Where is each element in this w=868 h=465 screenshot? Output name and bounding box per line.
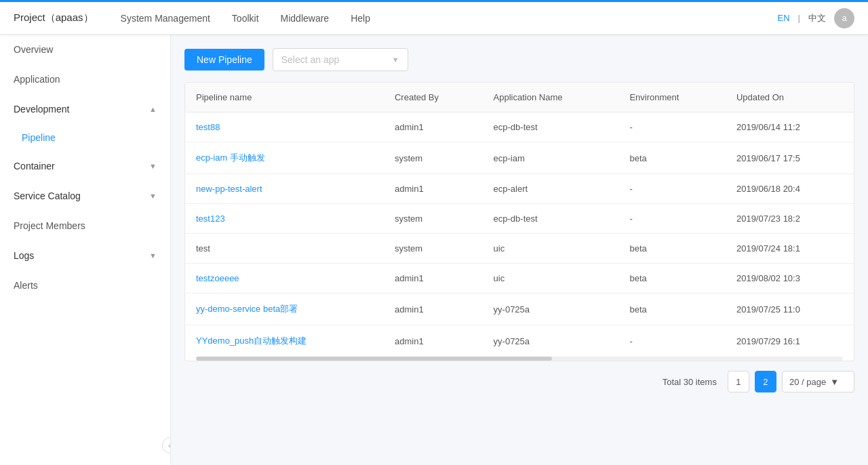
nav-items: System Management Toolkit Middleware Hel… (121, 10, 778, 26)
lang-en[interactable]: EN (778, 13, 790, 23)
sidebar-item-application[interactable]: Application (0, 64, 170, 94)
table-row: test123systemecp-db-test-2019/07/23 18:2 (185, 204, 854, 234)
main-content: New Pipeline Select an app ▼ Pipeline na… (171, 35, 868, 465)
created-by-cell: admin1 (384, 264, 483, 294)
table-row: yy-demo-service beta部署admin1yy-0725abeta… (185, 294, 854, 325)
nav-system-management[interactable]: System Management (121, 10, 210, 26)
nav-toolkit[interactable]: Toolkit (232, 10, 259, 26)
chevron-down-icon-container: ▼ (149, 162, 157, 170)
updated-on-cell: 2019/07/24 18:1 (726, 234, 854, 264)
col-updated-on: Updated On (726, 83, 854, 113)
updated-on-cell: 2019/06/14 11:2 (726, 113, 854, 142)
app-name-cell: ecp-db-test (483, 113, 619, 142)
updated-on-cell: 2019/08/02 10:3 (726, 264, 854, 294)
pipeline-name-cell: test (185, 234, 384, 264)
page-size-selector[interactable]: 20 / page ▼ (782, 371, 854, 392)
table-row: test88admin1ecp-db-test-2019/06/14 11:2 (185, 113, 854, 142)
app-name-cell: ecp-db-test (483, 204, 619, 234)
updated-on-cell: 2019/06/18 20:4 (726, 174, 854, 204)
layout: Overview Application Development ▲ Pipel… (0, 35, 868, 465)
updated-on-cell: 2019/07/29 16:1 (726, 325, 854, 357)
pipeline-name-cell[interactable]: new-pp-test-alert (185, 174, 384, 204)
avatar[interactable]: a (834, 8, 854, 28)
select-app-placeholder: Select an app (281, 54, 340, 65)
app-name-cell: ecp-alert (483, 174, 619, 204)
toolbar: New Pipeline Select an app ▼ (184, 48, 854, 71)
sidebar-item-logs[interactable]: Logs ▼ (0, 241, 170, 270)
app-name-cell: uic (483, 264, 619, 294)
pagination: Total 30 items 1 2 20 / page ▼ (184, 361, 854, 392)
col-environment: Environment (618, 83, 726, 113)
app-name-cell: yy-0725a (483, 325, 619, 357)
sidebar: Overview Application Development ▲ Pipel… (0, 35, 171, 465)
pagination-total: Total 30 items (663, 377, 717, 387)
nav-middleware[interactable]: Middleware (281, 10, 330, 26)
table-row: testsystemuicbeta2019/07/24 18:1 (185, 234, 854, 264)
environment-cell: beta (618, 234, 726, 264)
created-by-cell: system (384, 234, 483, 264)
table-body: test88admin1ecp-db-test-2019/06/14 11:2e… (185, 113, 854, 357)
sidebar-item-pipeline[interactable]: Pipeline (0, 124, 170, 151)
pipeline-name-cell[interactable]: testzoeeee (185, 264, 384, 294)
col-pipeline-name: Pipeline name (185, 83, 384, 113)
page-2-button[interactable]: 2 (755, 371, 776, 392)
updated-on-cell: 2019/07/25 11:0 (726, 294, 854, 325)
created-by-cell: system (384, 142, 483, 174)
created-by-cell: admin1 (384, 113, 483, 142)
created-by-cell: admin1 (384, 174, 483, 204)
updated-on-cell: 2019/07/23 18:2 (726, 204, 854, 234)
pipeline-name-cell[interactable]: YYdemo_push自动触发构建 (185, 325, 384, 357)
created-by-cell: system (384, 204, 483, 234)
pipeline-name-cell[interactable]: yy-demo-service beta部署 (185, 294, 384, 325)
table-header-row: Pipeline name Created By Application Nam… (185, 83, 854, 113)
table-row: testzoeeeeadmin1uicbeta2019/08/02 10:3 (185, 264, 854, 294)
environment-cell: beta (618, 264, 726, 294)
sidebar-item-development[interactable]: Development ▲ (0, 94, 170, 124)
col-app-name: Application Name (483, 83, 619, 113)
environment-cell: - (618, 113, 726, 142)
pipeline-name-cell[interactable]: ecp-iam 手动触发 (185, 142, 384, 174)
environment-cell: - (618, 204, 726, 234)
brand-logo: Project（apaas） (14, 12, 94, 24)
table-header: Pipeline name Created By Application Nam… (185, 83, 854, 113)
sidebar-item-service-catalog[interactable]: Service Catalog ▼ (0, 181, 170, 211)
app-name-cell: yy-0725a (483, 294, 619, 325)
page-1-button[interactable]: 1 (728, 371, 749, 392)
app-name-cell: uic (483, 234, 619, 264)
select-app-dropdown[interactable]: Select an app ▼ (273, 48, 408, 71)
page-size-arrow-icon: ▼ (830, 377, 839, 387)
updated-on-cell: 2019/06/17 17:5 (726, 142, 854, 174)
new-pipeline-button[interactable]: New Pipeline (184, 49, 264, 70)
chevron-down-icon-service: ▼ (149, 192, 157, 200)
scrollbar-thumb (196, 357, 552, 361)
select-arrow-icon: ▼ (392, 56, 399, 64)
nav-right: EN | 中文 a (778, 8, 854, 28)
table-row: new-pp-test-alertadmin1ecp-alert-2019/06… (185, 174, 854, 204)
top-nav: Project（apaas） System Management Toolkit… (0, 2, 868, 35)
sidebar-item-overview[interactable]: Overview (0, 35, 170, 64)
sidebar-item-project-members[interactable]: Project Members (0, 211, 170, 241)
environment-cell: - (618, 174, 726, 204)
environment-cell: - (618, 325, 726, 357)
table-row: YYdemo_push自动触发构建admin1yy-0725a-2019/07/… (185, 325, 854, 357)
environment-cell: beta (618, 142, 726, 174)
environment-cell: beta (618, 294, 726, 325)
pipeline-table: Pipeline name Created By Application Nam… (184, 82, 854, 361)
table-row: ecp-iam 手动触发systemecp-iambeta2019/06/17 … (185, 142, 854, 174)
lang-zh[interactable]: 中文 (808, 12, 826, 24)
nav-help[interactable]: Help (351, 10, 370, 26)
app-name-cell: ecp-iam (483, 142, 619, 174)
pipeline-name-cell[interactable]: test88 (185, 113, 384, 142)
pipeline-name-cell[interactable]: test123 (185, 204, 384, 234)
col-created-by: Created By (384, 83, 483, 113)
lang-separator: | (798, 13, 800, 23)
created-by-cell: admin1 (384, 294, 483, 325)
pipeline-data-table: Pipeline name Created By Application Nam… (185, 83, 854, 357)
chevron-up-icon: ▲ (149, 105, 157, 113)
chevron-down-icon-logs: ▼ (149, 251, 157, 260)
horizontal-scrollbar[interactable] (196, 357, 843, 361)
sidebar-item-alerts[interactable]: Alerts (0, 270, 170, 300)
created-by-cell: admin1 (384, 325, 483, 357)
sidebar-item-container[interactable]: Container ▼ (0, 151, 170, 181)
sidebar-collapse-button[interactable]: « (162, 437, 171, 453)
